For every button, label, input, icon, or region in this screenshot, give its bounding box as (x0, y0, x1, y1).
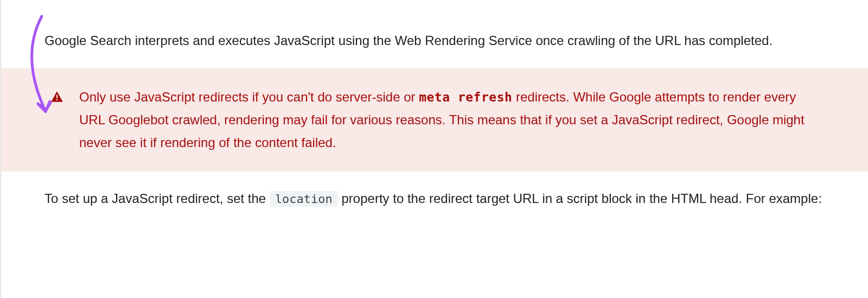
setup-text-before: To set up a JavaScript redirect, set the (44, 191, 270, 206)
document-content: Google Search interprets and executes Ja… (1, 0, 868, 221)
warning-icon (50, 89, 64, 103)
intro-paragraph: Google Search interprets and executes Ja… (1, 0, 868, 68)
code-chip-location: location (270, 191, 338, 207)
setup-paragraph: To set up a JavaScript redirect, set the… (1, 172, 868, 221)
warning-callout: Only use JavaScript redirects if you can… (1, 68, 868, 172)
warning-code-inline: meta refresh (419, 90, 512, 104)
warning-text-before: Only use JavaScript redirects if you can… (79, 90, 419, 104)
setup-text-after: property to the redirect target URL in a… (338, 191, 822, 206)
warning-text: Only use JavaScript redirects if you can… (79, 86, 825, 154)
svg-rect-1 (56, 99, 58, 100)
svg-rect-0 (56, 94, 58, 98)
